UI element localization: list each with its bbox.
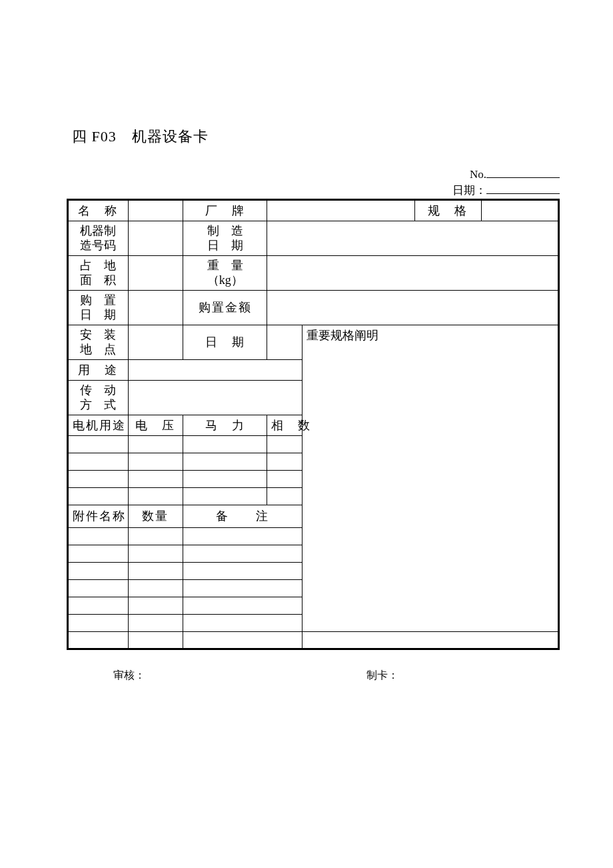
- label-machine-no: 机器制造号码: [68, 221, 129, 255]
- no-label: No.: [470, 168, 486, 181]
- spec-desc-area: 重要规格阐明: [303, 325, 559, 631]
- acc-row: [128, 579, 183, 597]
- label-date: 日 期: [183, 325, 267, 359]
- label-install-loc: 安 装地 点: [68, 325, 129, 359]
- acc-row: [183, 579, 302, 597]
- field-name: [128, 199, 183, 221]
- acc-row: [68, 614, 129, 631]
- label-area: 占 地面 积: [68, 255, 129, 290]
- acc-row: [128, 597, 183, 614]
- motor-row: [68, 470, 129, 487]
- field-area: [128, 255, 183, 290]
- motor-row: [183, 453, 267, 470]
- motor-row: [267, 470, 303, 487]
- header-meta: No. 日期：: [67, 167, 560, 199]
- acc-row: [68, 579, 129, 597]
- acc-row: [183, 597, 302, 614]
- field-spec: [481, 199, 558, 221]
- field-install-loc: [128, 325, 183, 359]
- field-purpose: [128, 359, 302, 380]
- motor-row: [68, 453, 129, 470]
- label-name: 名 称: [68, 199, 129, 221]
- label-motor-purpose: 电机用途: [68, 415, 129, 435]
- acc-row: [128, 527, 183, 545]
- acc-row: [68, 597, 129, 614]
- acc-row: [183, 545, 302, 562]
- motor-row: [267, 487, 303, 505]
- label-mfg-date: 制 造日 期: [183, 221, 267, 255]
- card-label: 制卡：: [366, 669, 398, 683]
- field-purchase-date: [128, 290, 183, 325]
- motor-row: [267, 453, 303, 470]
- motor-row: [183, 435, 267, 453]
- field-date: [267, 325, 303, 359]
- label-phase: 相 数: [267, 415, 303, 435]
- label-drive: 传 动方 式: [68, 380, 129, 415]
- equipment-card-table: 名 称 厂 牌 规 格 机器制造号码 制 造日 期 占 地面 积 重 量（kg）…: [67, 199, 560, 650]
- field-weight: [267, 255, 559, 290]
- field-brand: [267, 199, 414, 221]
- field-drive: [128, 380, 302, 415]
- label-hp: 马 力: [183, 415, 267, 435]
- motor-row: [128, 487, 183, 505]
- acc-row: [183, 631, 302, 649]
- label-remark: 备 注: [183, 505, 302, 527]
- acc-row: [68, 562, 129, 579]
- acc-row: [68, 545, 129, 562]
- motor-row: [68, 487, 129, 505]
- acc-row: [68, 631, 129, 649]
- motor-row: [68, 435, 129, 453]
- label-spec: 规 格: [414, 199, 481, 221]
- acc-row: [128, 545, 183, 562]
- field-purchase-amount: [267, 290, 559, 325]
- motor-row: [183, 470, 267, 487]
- acc-row: [128, 614, 183, 631]
- label-purpose: 用 途: [68, 359, 129, 380]
- date-blank: [486, 183, 560, 194]
- no-blank: [486, 167, 560, 178]
- form-title: 四 F03 机器设备卡: [72, 127, 560, 147]
- field-machine-no: [128, 221, 183, 255]
- label-purchase-date: 购 置日 期: [68, 290, 129, 325]
- label-purchase-amount: 购置金额: [183, 290, 267, 325]
- review-label: 审核：: [113, 669, 313, 683]
- label-voltage: 电 压: [128, 415, 183, 435]
- field-mfg-date: [267, 221, 559, 255]
- motor-row: [128, 453, 183, 470]
- label-acc-name: 附件名称: [68, 505, 129, 527]
- acc-row: [68, 527, 129, 545]
- acc-row: [183, 527, 302, 545]
- label-weight: 重 量（kg）: [183, 255, 267, 290]
- motor-row: [128, 435, 183, 453]
- motor-row: [183, 487, 267, 505]
- acc-row: [128, 562, 183, 579]
- acc-row: [183, 614, 302, 631]
- motor-row: [128, 470, 183, 487]
- acc-row: [183, 562, 302, 579]
- motor-row: [267, 435, 303, 453]
- acc-row: [128, 631, 183, 649]
- label-brand: 厂 牌: [183, 199, 267, 221]
- footer: 审核： 制卡：: [67, 669, 560, 683]
- date-label: 日期：: [452, 184, 486, 197]
- label-qty: 数量: [128, 505, 183, 527]
